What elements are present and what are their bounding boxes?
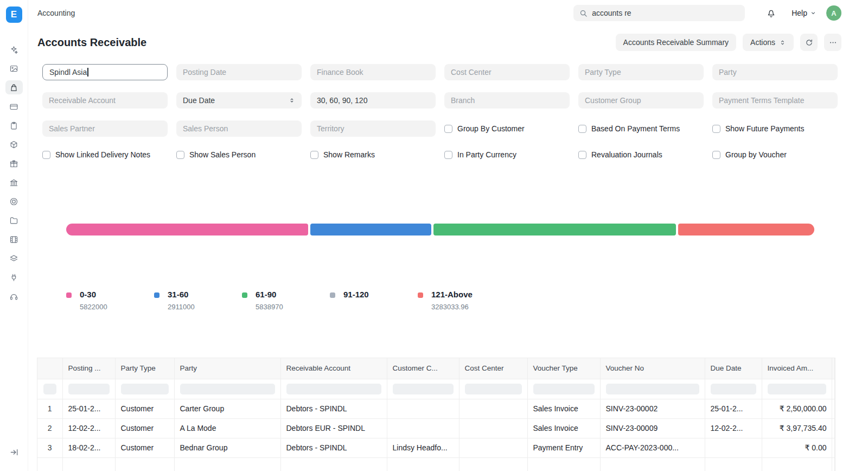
- ageing-based-on-select[interactable]: Due Date: [176, 92, 302, 109]
- notifications-bell-icon[interactable]: [766, 8, 776, 18]
- payment-terms-template-filter[interactable]: Payment Terms Template: [712, 92, 838, 109]
- table-cell-customer-contact[interactable]: [387, 418, 459, 438]
- table-cell-customer-contact[interactable]: Lindsy Headfo...: [387, 438, 459, 457]
- branch-filter[interactable]: Branch: [444, 92, 570, 109]
- table-cell-due-date[interactable]: 12-02-2...: [705, 418, 762, 438]
- table-cell-idx[interactable]: 1: [37, 399, 62, 418]
- sales-partner-filter[interactable]: Sales Partner: [42, 120, 168, 137]
- customer-group-filter[interactable]: Customer Group: [578, 92, 704, 109]
- breadcrumb[interactable]: Accounting: [37, 9, 75, 17]
- erpnext-logo[interactable]: E: [6, 7, 22, 23]
- table-cell-customer-contact[interactable]: [387, 399, 459, 418]
- checkbox-in-party-currency[interactable]: In Party Currency: [444, 149, 570, 161]
- sparkle-icon[interactable]: [5, 42, 23, 56]
- clipboard-icon[interactable]: [5, 118, 23, 132]
- checkbox-based-on-payment-terms[interactable]: Based On Payment Terms: [578, 120, 704, 137]
- table-cell-receivable-account[interactable]: Debtors EUR - SPINDL: [280, 418, 387, 438]
- column-filter-input[interactable]: [606, 384, 699, 394]
- column-filter-input[interactable]: [711, 384, 756, 394]
- image-icon[interactable]: [5, 61, 23, 75]
- table-cell-posting-date[interactable]: 18-02-2...: [62, 438, 115, 457]
- ageing-range-filter[interactable]: 30, 60, 90, 120: [310, 92, 436, 109]
- plug-icon[interactable]: [5, 270, 23, 284]
- column-filter-input[interactable]: [286, 384, 381, 394]
- party-type-filter[interactable]: Party Type: [578, 64, 704, 80]
- checkbox-show-linked-delivery-notes[interactable]: Show Linked Delivery Notes: [42, 149, 168, 161]
- checkbox-show-future-payments[interactable]: Show Future Payments: [712, 120, 838, 137]
- column-header[interactable]: Posting ...: [62, 358, 115, 379]
- table-cell-party[interactable]: A La Mode: [174, 418, 280, 438]
- table-cell-voucher-type[interactable]: Payment Entry: [527, 438, 600, 457]
- folder-icon[interactable]: [5, 213, 23, 227]
- table-cell-receivable-account[interactable]: Debtors - SPINDL: [280, 399, 387, 418]
- table-cell-due-date[interactable]: 25-01-2...: [705, 399, 762, 418]
- column-header[interactable]: [37, 358, 62, 379]
- receivable-account-filter[interactable]: Receivable Account: [42, 92, 168, 109]
- posting-date-filter[interactable]: Posting Date: [176, 64, 302, 80]
- table-cell-cost-center[interactable]: [459, 418, 527, 438]
- table-cell-party[interactable]: Carter Group: [174, 399, 280, 418]
- column-header[interactable]: Receivable Account: [280, 358, 387, 379]
- bank-icon[interactable]: [5, 175, 23, 189]
- table-cell-posting-date[interactable]: 25-01-2...: [62, 399, 115, 418]
- table-cell-voucher-type[interactable]: Sales Invoice: [527, 418, 600, 438]
- collapse-sidebar-icon[interactable]: [9, 448, 18, 457]
- table-cell-receivable-account[interactable]: Debtors - SPINDL: [280, 438, 387, 457]
- table-cell-invoiced-amount[interactable]: ₹ 2,50,000.00: [762, 399, 832, 418]
- table-cell-idx[interactable]: 2: [37, 418, 62, 438]
- layers-icon[interactable]: [5, 251, 23, 265]
- table-cell-idx[interactable]: 3: [37, 438, 62, 457]
- territory-filter[interactable]: Territory: [310, 120, 436, 137]
- party-name-filter[interactable]: Spindl Asia: [42, 64, 168, 80]
- table-cell-invoiced-amount[interactable]: ₹ 0.00: [762, 438, 832, 457]
- table-cell-due-date[interactable]: [705, 438, 762, 457]
- column-filter-input[interactable]: [768, 384, 826, 394]
- accounts-receivable-summary-button[interactable]: Accounts Receivable Summary: [616, 34, 737, 51]
- column-header[interactable]: Due Date: [705, 358, 762, 379]
- headset-icon[interactable]: [5, 289, 23, 303]
- gift-icon[interactable]: [5, 156, 23, 170]
- column-filter-input[interactable]: [43, 384, 56, 394]
- user-avatar[interactable]: A: [826, 5, 841, 21]
- refresh-button[interactable]: [800, 34, 818, 51]
- column-filter-input[interactable]: [465, 384, 522, 394]
- finance-book-filter[interactable]: Finance Book: [310, 64, 436, 80]
- column-header[interactable]: Party Type: [115, 358, 174, 379]
- sales-person-filter[interactable]: Sales Person: [176, 120, 302, 137]
- table-cell-posting-date[interactable]: 12-02-2...: [62, 418, 115, 438]
- column-filter-input[interactable]: [533, 384, 595, 394]
- table-cell-party-type[interactable]: Customer: [115, 399, 174, 418]
- table-cell-cost-center[interactable]: [459, 399, 527, 418]
- table-cell-voucher-no[interactable]: ACC-PAY-2023-000...: [600, 438, 705, 457]
- column-filter-input[interactable]: [121, 384, 169, 394]
- search-input[interactable]: accounts re: [573, 5, 745, 21]
- table-cell-party-type[interactable]: Customer: [115, 438, 174, 457]
- menu-button[interactable]: [824, 34, 841, 51]
- party-filter[interactable]: Party: [712, 64, 838, 80]
- checkbox-group-by-voucher[interactable]: Group by Voucher: [712, 149, 838, 161]
- checkbox-revaluation-journals[interactable]: Revaluation Journals: [578, 149, 704, 161]
- cost-center-filter[interactable]: Cost Center: [444, 64, 570, 80]
- column-header[interactable]: Invoiced Am...: [762, 358, 832, 379]
- table-cell-voucher-no[interactable]: SINV-23-00009: [600, 418, 705, 438]
- column-filter-input[interactable]: [68, 384, 110, 394]
- credit-card-icon[interactable]: [5, 99, 23, 113]
- column-header[interactable]: Voucher No: [600, 358, 705, 379]
- package-icon[interactable]: [5, 137, 23, 151]
- column-header[interactable]: Voucher Type: [527, 358, 600, 379]
- table-cell-party[interactable]: Bednar Group: [174, 438, 280, 457]
- checkbox-show-remarks[interactable]: Show Remarks: [310, 149, 436, 161]
- shopping-bag-icon[interactable]: [5, 80, 23, 94]
- film-icon[interactable]: [5, 232, 23, 246]
- table-cell-invoiced-amount[interactable]: ₹ 3,97,735.40: [762, 418, 832, 438]
- column-header[interactable]: Party: [174, 358, 280, 379]
- table-cell-party-type[interactable]: Customer: [115, 418, 174, 438]
- target-icon[interactable]: [5, 194, 23, 208]
- column-header[interactable]: Cost Center: [459, 358, 527, 379]
- actions-button[interactable]: Actions: [743, 34, 794, 51]
- table-cell-voucher-no[interactable]: SINV-23-00002: [600, 399, 705, 418]
- checkbox-show-sales-person[interactable]: Show Sales Person: [176, 149, 302, 161]
- column-header[interactable]: Customer C...: [387, 358, 459, 379]
- column-filter-input[interactable]: [180, 384, 275, 394]
- column-filter-input[interactable]: [393, 384, 454, 394]
